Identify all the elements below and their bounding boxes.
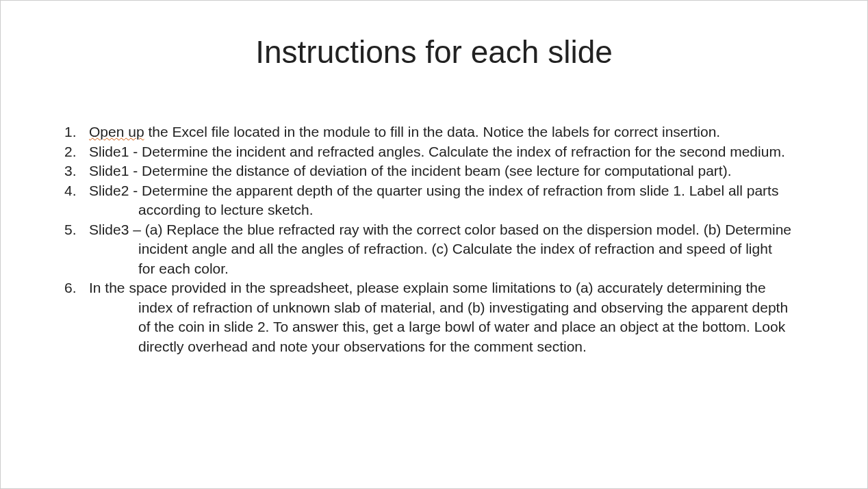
list-item: according to lecture sketch. <box>64 200 826 220</box>
list-number: 6. <box>64 278 89 298</box>
continuation-text: of the coin in slide 2. To answer this, … <box>89 319 785 334</box>
continuation-text: incident angle and all the angles of ref… <box>89 241 772 256</box>
list-text: incident angle and all the angles of ref… <box>89 239 826 259</box>
list-item: directly overhead and note your observat… <box>64 337 826 357</box>
slide: Instructions for each slide 1.Open up th… <box>1 1 867 488</box>
continuation-text: according to lecture sketch. <box>89 202 314 217</box>
spellcheck-underline: Open up <box>89 124 144 140</box>
continuation-text: for each color. <box>89 261 229 276</box>
list-item: 1.Open up the Excel file located in the … <box>64 122 826 142</box>
list-text: of the coin in slide 2. To answer this, … <box>89 317 826 337</box>
list-text: In the space provided in the spreadsheet… <box>89 278 826 298</box>
list-item: 4.Slide2 - Determine the apparent depth … <box>64 181 826 201</box>
list-text: according to lecture sketch. <box>89 200 826 220</box>
list-item: for each color. <box>64 259 826 279</box>
list-item: incident angle and all the angles of ref… <box>64 239 826 259</box>
list-item: 2.Slide1 - Determine the incident and re… <box>64 142 826 162</box>
list-text: Slide1 - Determine the incident and refr… <box>89 142 826 162</box>
list-number: 1. <box>64 122 89 142</box>
list-text: Open up the Excel file located in the mo… <box>89 122 826 142</box>
list-text: Slide3 – (a) Replace the blue refracted … <box>89 220 826 240</box>
list-text: Slide1 - Determine the distance of devia… <box>89 161 826 181</box>
list-number: 4. <box>64 181 89 201</box>
list-item: 3.Slide1 - Determine the distance of dev… <box>64 161 826 181</box>
list-number: 5. <box>64 220 89 240</box>
list-text: directly overhead and note your observat… <box>89 337 826 357</box>
list-item: of the coin in slide 2. To answer this, … <box>64 317 826 337</box>
continuation-text: index of refraction of unknown slab of m… <box>89 300 788 315</box>
continuation-text: directly overhead and note your observat… <box>89 339 587 354</box>
list-number: 2. <box>64 142 89 162</box>
instruction-list: 1.Open up the Excel file located in the … <box>1 122 867 357</box>
list-item: index of refraction of unknown slab of m… <box>64 298 826 318</box>
list-text: Slide2 - Determine the apparent depth of… <box>89 181 826 201</box>
list-text: for each color. <box>89 259 826 279</box>
list-item: 5.Slide3 – (a) Replace the blue refracte… <box>64 220 826 240</box>
slide-title: Instructions for each slide <box>1 34 867 70</box>
list-item: 6.In the space provided in the spreadshe… <box>64 278 826 298</box>
list-number: 3. <box>64 161 89 181</box>
list-text: index of refraction of unknown slab of m… <box>89 298 826 318</box>
